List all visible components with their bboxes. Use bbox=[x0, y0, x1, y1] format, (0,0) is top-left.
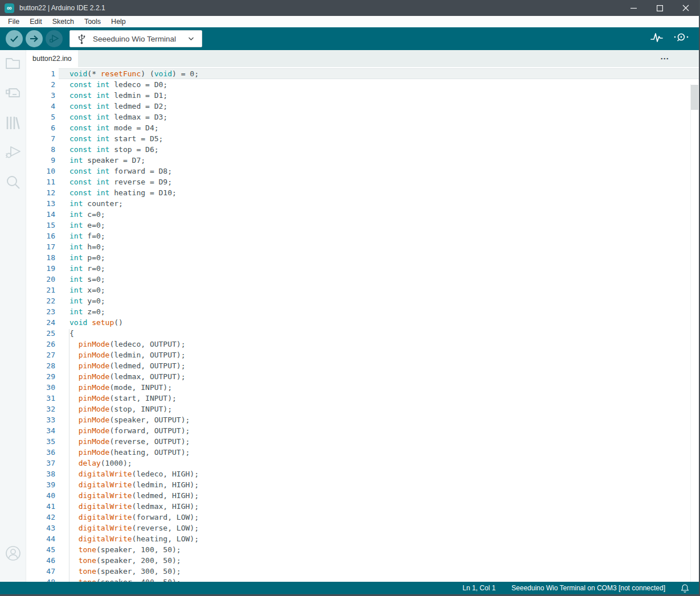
board-connection-status[interactable]: Seeeduino Wio Terminal on COM3 [not conn… bbox=[511, 584, 665, 592]
tab-button22-ino[interactable]: button22.ino bbox=[26, 50, 78, 67]
arduino-logo-icon: ∞ bbox=[5, 3, 14, 13]
verify-button[interactable] bbox=[6, 30, 23, 47]
board-selector-dropdown[interactable]: Seeeduino Wio Terminal bbox=[69, 30, 202, 47]
line-number: 1 bbox=[26, 68, 55, 79]
scrollbar-thumb[interactable] bbox=[691, 85, 698, 110]
sidebar-item-boards-manager[interactable] bbox=[0, 86, 26, 116]
code-line[interactable]: 33 pinMode(speaker, OUTPUT); bbox=[26, 414, 699, 425]
code-line[interactable]: 16int f=0; bbox=[26, 231, 699, 241]
code-line[interactable]: 11const int reverse = D9; bbox=[26, 176, 699, 187]
code-line[interactable]: 22int y=0; bbox=[26, 295, 699, 306]
code-line[interactable]: 7const int start = D5; bbox=[26, 133, 699, 144]
code-line[interactable]: 18int p=0; bbox=[26, 252, 699, 263]
code-line[interactable]: 37 delay(1000); bbox=[26, 458, 699, 468]
line-number: 13 bbox=[26, 198, 55, 209]
code-text: pinMode(reverse, OUTPUT); bbox=[55, 436, 190, 447]
line-number: 10 bbox=[26, 166, 55, 176]
notifications-button[interactable] bbox=[681, 584, 689, 593]
code-text: delay(1000); bbox=[55, 458, 132, 468]
menu-tools[interactable]: Tools bbox=[79, 16, 106, 27]
code-line[interactable]: 43 digitalWrite(reverse, LOW); bbox=[26, 523, 699, 533]
sidebar-item-sketchbook[interactable] bbox=[0, 56, 26, 86]
line-number: 24 bbox=[26, 317, 55, 328]
books-icon bbox=[5, 116, 21, 130]
code-line[interactable]: 26 pinMode(ledeco, OUTPUT); bbox=[26, 339, 699, 350]
code-line[interactable]: 29 pinMode(ledmax, OUTPUT); bbox=[26, 371, 699, 382]
code-line[interactable]: 2const int ledeco = D0; bbox=[26, 79, 699, 90]
scrollbar-track bbox=[690, 84, 691, 582]
menu-edit[interactable]: Edit bbox=[24, 16, 47, 27]
code-line[interactable]: 19int r=0; bbox=[26, 263, 699, 274]
menu-help[interactable]: Help bbox=[106, 16, 131, 27]
code-line[interactable]: 4const int ledmed = D2; bbox=[26, 101, 699, 112]
code-editor[interactable]: 1void(* resetFunc) (void) = 0;2const int… bbox=[26, 67, 699, 582]
code-line[interactable]: 36 pinMode(heating, OUTPUT); bbox=[26, 447, 699, 458]
code-line[interactable]: 20int s=0; bbox=[26, 274, 699, 285]
code-line[interactable]: 35 pinMode(reverse, OUTPUT); bbox=[26, 436, 699, 447]
code-line[interactable]: 45 tone(speaker, 100, 50); bbox=[26, 544, 699, 555]
upload-button[interactable] bbox=[26, 30, 43, 47]
code-line[interactable]: 21int x=0; bbox=[26, 285, 699, 295]
code-line[interactable]: 8const int stop = D6; bbox=[26, 144, 699, 155]
code-line[interactable]: 5const int ledmax = D3; bbox=[26, 112, 699, 122]
code-line[interactable]: 12const int heating = D10; bbox=[26, 187, 699, 198]
tab-overflow-menu[interactable]: ⋯ bbox=[660, 50, 669, 67]
code-line[interactable]: 28 pinMode(ledmed, OUTPUT); bbox=[26, 360, 699, 371]
editor-area: button22.ino ⋯ 1void(* resetFunc) (void)… bbox=[26, 50, 699, 582]
folder-icon bbox=[5, 56, 21, 70]
code-line[interactable]: 6const int mode = D4; bbox=[26, 122, 699, 133]
code-line[interactable]: 44 digitalWrite(heating, LOW); bbox=[26, 533, 699, 544]
line-number: 28 bbox=[26, 360, 55, 371]
line-number: 15 bbox=[26, 220, 55, 231]
search-icon bbox=[6, 175, 21, 190]
sidebar-item-search[interactable] bbox=[0, 175, 26, 204]
line-number: 25 bbox=[26, 328, 55, 339]
code-line[interactable]: 13int counter; bbox=[26, 198, 699, 209]
cursor-position[interactable]: Ln 1, Col 1 bbox=[462, 584, 496, 592]
code-line[interactable]: 38 digitalWrite(ledeco, HIGH); bbox=[26, 468, 699, 479]
line-number: 43 bbox=[26, 523, 55, 533]
code-text: tone(speaker, 100, 50); bbox=[55, 544, 181, 555]
code-line[interactable]: 3const int ledmin = D1; bbox=[26, 90, 699, 101]
code-line[interactable]: 9int speaker = D7; bbox=[26, 155, 699, 166]
code-line[interactable]: 46 tone(speaker, 200, 50); bbox=[26, 555, 699, 566]
code-line[interactable]: 27 pinMode(ledmin, OUTPUT); bbox=[26, 350, 699, 360]
code-line[interactable]: 1void(* resetFunc) (void) = 0; bbox=[26, 68, 699, 79]
main-area: button22.ino ⋯ 1void(* resetFunc) (void)… bbox=[0, 50, 699, 582]
code-line[interactable]: 47 tone(speaker, 300, 50); bbox=[26, 566, 699, 577]
sidebar-item-account[interactable] bbox=[0, 545, 26, 575]
line-number: 20 bbox=[26, 274, 55, 285]
code-line[interactable]: 17int h=0; bbox=[26, 241, 699, 252]
code-line[interactable]: 48 tone(speaker, 400, 50); bbox=[26, 577, 699, 582]
code-line[interactable]: 40 digitalWrite(ledmed, HIGH); bbox=[26, 490, 699, 501]
code-line[interactable]: 42 digitalWrite(forward, LOW); bbox=[26, 512, 699, 523]
menu-file[interactable]: File bbox=[3, 16, 24, 27]
close-button[interactable] bbox=[673, 0, 699, 16]
debug-button[interactable] bbox=[46, 30, 63, 47]
code-line[interactable]: 23int z=0; bbox=[26, 306, 699, 317]
code-line[interactable]: 34 pinMode(forward, OUTPUT); bbox=[26, 425, 699, 436]
minimize-button[interactable] bbox=[620, 0, 646, 16]
code-line[interactable]: 10const int forward = D8; bbox=[26, 166, 699, 176]
code-line[interactable]: 41 digitalWrite(ledmax, HIGH); bbox=[26, 501, 699, 512]
code-line[interactable]: 24void setup() bbox=[26, 317, 699, 328]
close-icon bbox=[682, 5, 689, 11]
code-line[interactable]: 15int e=0; bbox=[26, 220, 699, 231]
code-line[interactable]: 14int c=0; bbox=[26, 209, 699, 220]
code-line[interactable]: 30 pinMode(mode, INPUT); bbox=[26, 382, 699, 393]
code-text: tone(speaker, 300, 50); bbox=[55, 566, 181, 577]
code-lines: 1void(* resetFunc) (void) = 0;2const int… bbox=[26, 68, 699, 582]
serial-plotter-button[interactable] bbox=[650, 31, 664, 46]
code-line[interactable]: 39 digitalWrite(ledmin, HIGH); bbox=[26, 479, 699, 490]
sidebar-item-library-manager[interactable] bbox=[0, 116, 26, 145]
serial-plotter-icon bbox=[650, 31, 664, 44]
menu-sketch[interactable]: Sketch bbox=[47, 16, 79, 27]
code-line[interactable]: 31 pinMode(start, INPUT); bbox=[26, 393, 699, 404]
serial-monitor-button[interactable] bbox=[673, 31, 690, 46]
maximize-button[interactable] bbox=[646, 0, 673, 16]
code-line[interactable]: 32 pinMode(stop, INPUT); bbox=[26, 404, 699, 414]
code-text: const int ledeco = D0; bbox=[55, 79, 167, 90]
sidebar-item-debugger[interactable] bbox=[0, 145, 26, 175]
code-line[interactable]: 25{ bbox=[26, 328, 699, 339]
code-text: const int ledmax = D3; bbox=[55, 112, 167, 122]
